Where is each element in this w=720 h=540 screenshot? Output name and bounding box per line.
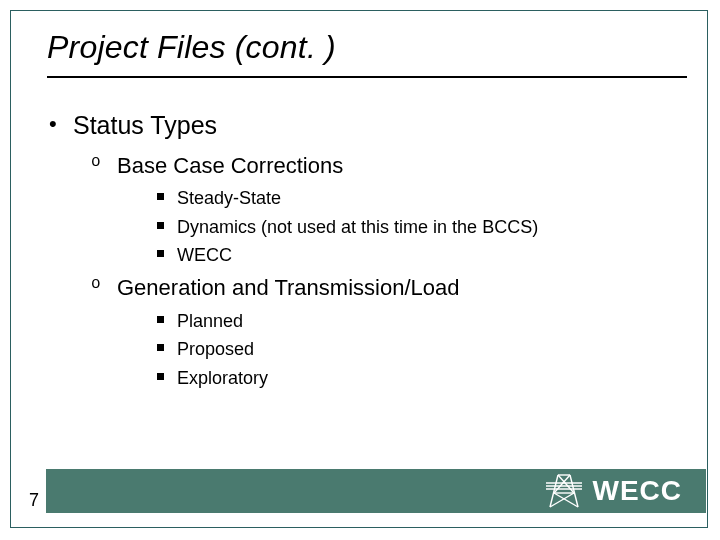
list-item: Base Case Corrections Steady-State Dynam… xyxy=(73,151,683,268)
level1-text: Status Types xyxy=(73,111,217,139)
level3-text: Planned xyxy=(177,311,243,331)
footer-bar: WECC xyxy=(46,469,706,513)
svg-line-3 xyxy=(550,475,558,507)
level3-text: WECC xyxy=(177,245,232,265)
slide-title: Project Files (cont. ) xyxy=(47,29,677,66)
level3-text: Steady-State xyxy=(177,188,281,208)
list-item: Planned xyxy=(117,309,683,333)
list-item: Exploratory xyxy=(117,366,683,390)
level2-text: Base Case Corrections xyxy=(117,153,343,178)
list-item: Status Types Base Case Corrections Stead… xyxy=(47,109,683,390)
list-item: Generation and Transmission/Load Planned… xyxy=(73,273,683,390)
list-item: Proposed xyxy=(117,337,683,361)
level3-text: Proposed xyxy=(177,339,254,359)
title-underline xyxy=(47,76,687,78)
list-item: Dynamics (not used at this time in the B… xyxy=(117,215,683,239)
level2-text: Generation and Transmission/Load xyxy=(117,275,459,300)
slide-frame: Project Files (cont. ) Status Types Base… xyxy=(10,10,708,528)
page-number: 7 xyxy=(29,490,39,511)
level3-text: Exploratory xyxy=(177,368,268,388)
list-item: WECC xyxy=(117,243,683,267)
list-item: Steady-State xyxy=(117,186,683,210)
brand-name: WECC xyxy=(592,475,682,507)
body-content: Status Types Base Case Corrections Stead… xyxy=(47,109,683,400)
brand-logo: WECC xyxy=(544,473,682,509)
level3-text: Dynamics (not used at this time in the B… xyxy=(177,217,538,237)
svg-line-4 xyxy=(570,475,578,507)
tower-icon xyxy=(544,473,584,509)
title-block: Project Files (cont. ) xyxy=(47,29,677,78)
